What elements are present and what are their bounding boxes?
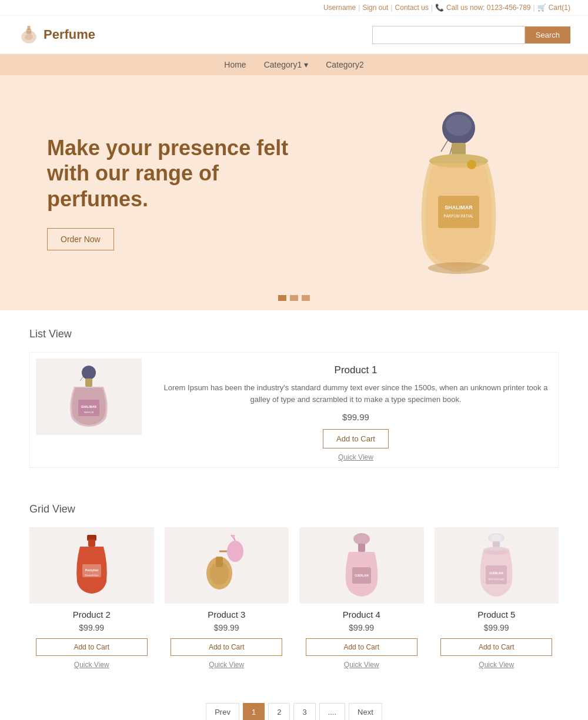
product-2-price: $99.99 [29,623,154,632]
product-1-desc: Lorem Ipsum has been the industry's stan… [159,382,552,405]
svg-text:GUERLAIN: GUERLAIN [355,574,369,577]
nav-category1[interactable]: Category1 ▾ [264,60,308,69]
svg-point-28 [227,541,243,562]
product-3-add-to-cart[interactable]: Add to Cart [171,638,282,656]
product-5-image: GUERLAIN MON GUERLAIN [435,527,559,604]
search-button[interactable]: Search [525,26,570,43]
product-2-image: PrettyHot Elizabeth Duke [29,527,154,604]
product-2-add-to-cart[interactable]: Add to Cart [36,638,148,656]
page-1-button[interactable]: 1 [243,703,265,720]
svg-rect-24 [88,540,95,547]
cart-link[interactable]: Cart(1) [549,4,570,12]
product-5-price: $99.99 [435,623,559,632]
product-4-image: GUERLAIN [299,527,424,604]
product-4-add-to-cart[interactable]: Add to Cart [306,638,417,656]
product-5-add-to-cart[interactable]: Add to Cart [440,638,552,656]
product-4-name: Product 4 [299,610,424,619]
cart-icon: 🛒 [537,4,546,12]
product-1-quick-view[interactable]: Quick View [159,453,552,461]
product-5-name: Product 5 [435,610,559,619]
svg-point-3 [25,34,33,40]
product-2-name: Product 2 [29,610,154,619]
prev-button[interactable]: Prev [206,703,239,720]
next-button[interactable]: Next [349,703,382,720]
pagination: Prev 1 2 3 .... Next [0,686,588,720]
svg-rect-44 [486,565,507,584]
svg-rect-35 [216,557,223,567]
svg-text:SHALIMAR: SHALIMAR [445,205,473,210]
product-1-name: Product 1 [159,364,552,376]
logo[interactable]: Perfume [18,22,95,48]
header: Perfume Search [0,16,588,54]
phone-icon: 📞 [435,4,444,12]
order-now-button[interactable]: Order Now [47,228,114,250]
main-nav: Home Category1 ▾ Category2 [0,54,588,75]
product-3-price: $99.99 [165,623,289,632]
svg-text:SHALIMAR: SHALIMAR [81,405,97,408]
svg-point-15 [467,160,476,169]
search-input[interactable] [372,26,525,44]
svg-rect-2 [27,26,30,30]
list-item-image: SHALIMAR PARFUM [36,359,142,435]
svg-point-8 [446,115,472,136]
svg-point-14 [428,262,489,274]
hero-headline: Make your presence felt with our range o… [47,135,294,212]
grid-item-4: GUERLAIN Product 4 $99.99 Add to Cart Qu… [299,527,424,669]
svg-rect-19 [85,379,92,387]
grid-item-2: PrettyHot Elizabeth Duke Product 2 $99.9… [29,527,154,669]
logo-text: Perfume [44,27,95,42]
hero-dot-3[interactable] [302,295,310,301]
product-3-image [165,527,289,604]
nav-category2[interactable]: Category2 [326,60,364,69]
svg-point-36 [353,533,370,545]
product-1-add-to-cart[interactable]: Add to Cart [323,429,389,448]
page-2-button[interactable]: 2 [268,703,290,720]
page-3-button[interactable]: 3 [293,703,315,720]
contact-link[interactable]: Contact us [395,4,429,12]
product-5-quick-view[interactable]: Quick View [435,661,559,669]
product-4-price: $99.99 [299,623,424,632]
phone-link[interactable]: Call us now: 0123-456-789 [446,4,530,12]
svg-text:Elizabeth Duke: Elizabeth Duke [85,574,99,577]
list-view-section: List View SHALIMAR PARFUM Product 1 [0,310,588,485]
grid-view-section: Grid View PrettyHot Elizabeth Duke Produ… [0,485,588,686]
svg-rect-37 [358,544,365,552]
page-ellipsis-button[interactable]: .... [319,703,345,720]
nav-home[interactable]: Home [224,60,246,69]
grid-item-5: GUERLAIN MON GUERLAIN Product 5 $99.99 A… [435,527,559,669]
product-3-quick-view[interactable]: Quick View [165,661,289,669]
svg-point-18 [82,366,96,380]
product-2-quick-view[interactable]: Quick View [29,661,154,669]
grid-container: PrettyHot Elizabeth Duke Product 2 $99.9… [29,527,559,669]
svg-text:PARFUM INITIAL: PARFUM INITIAL [444,214,474,218]
grid-view-title: Grid View [29,503,559,515]
signout-link[interactable]: Sign out [362,4,388,12]
hero-dot-2[interactable] [290,295,298,301]
logo-icon [18,22,40,48]
svg-text:MON GUERLAIN: MON GUERLAIN [489,578,505,581]
svg-text:PrettyHot: PrettyHot [85,568,98,572]
username-link[interactable]: Username [323,4,356,12]
top-bar: Username | Sign out | Contact us | 📞 Cal… [0,0,588,16]
hero-image: SHALIMAR PARFUM INITIAL [376,99,541,287]
svg-rect-11 [438,196,479,228]
product-3-name: Product 3 [165,610,289,619]
list-item-info: Product 1 Lorem Ipsum has been the indus… [159,359,552,461]
hero-text: Make your presence felt with our range o… [47,135,294,250]
grid-item-3: Product 3 $99.99 Add to Cart Quick View [165,527,289,669]
hero-dots [278,295,310,301]
product-1-price: $99.99 [159,412,552,422]
list-item: SHALIMAR PARFUM Product 1 Lorem Ipsum ha… [29,352,559,468]
hero-section: Make your presence felt with our range o… [0,75,588,310]
search-box: Search [372,26,570,44]
svg-point-32 [230,535,235,537]
svg-text:PARFUM: PARFUM [84,411,94,414]
hero-dot-1[interactable] [278,295,286,301]
product-4-quick-view[interactable]: Quick View [299,661,424,669]
svg-text:GUERLAIN: GUERLAIN [490,572,504,575]
list-view-title: List View [29,328,559,340]
svg-point-41 [490,534,502,541]
